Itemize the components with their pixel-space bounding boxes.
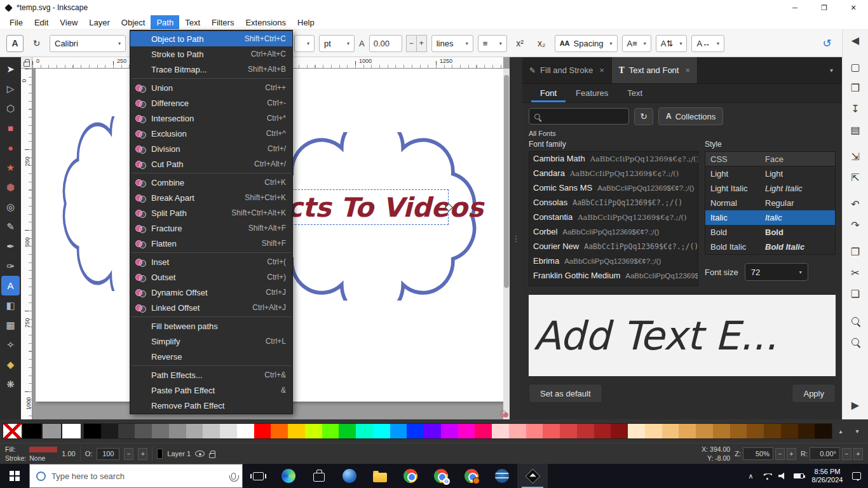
rotation-increase-button[interactable]: + [853,448,863,460]
color-swatch[interactable] [169,424,186,438]
task-view-button[interactable] [243,464,273,488]
font-family-combo[interactable]: Calibri ▾ [50,35,126,52]
taskbar-chrome-profile[interactable] [426,464,456,488]
bucket-tool[interactable]: ◆ [1,355,20,374]
dock-menu-chevron[interactable]: ▾ [821,67,842,74]
color-swatch[interactable] [611,424,628,438]
taskbar-file-explorer[interactable] [365,464,395,488]
start-button[interactable] [0,464,29,488]
spacing-dropdown[interactable]: AA Spacing ▾ [555,35,618,52]
node-tool[interactable]: ▷ [1,79,20,98]
taskbar-app-blue[interactable] [334,464,365,488]
color-swatch[interactable] [101,424,118,438]
zoom-increase-button[interactable]: + [787,448,796,460]
font-search-input[interactable] [529,108,629,125]
color-swatch[interactable] [543,424,560,438]
style-option-normal[interactable]: NormalRegular [705,196,835,210]
color-swatch[interactable] [373,424,390,438]
close-button[interactable]: ✕ [839,0,868,15]
color-swatch[interactable] [390,424,407,438]
restore-button[interactable]: ❐ [810,0,839,15]
swatch-black[interactable] [22,423,42,439]
cut-icon[interactable]: ✂ [843,262,868,283]
kerning-increase-button[interactable]: + [416,35,427,52]
taskbar-globe[interactable] [487,464,517,488]
path-menu-item-fill-between-paths[interactable]: Fill between paths [130,318,292,334]
font-list-item-cambria-math[interactable]: Cambria MathAaBbCcIiPpQq12369$€¢?.;/() [529,152,698,166]
menu-filters[interactable]: Filters [206,15,240,29]
rotation-input[interactable]: 0.00° [810,447,840,460]
microphone-icon[interactable] [231,473,236,480]
layer-name[interactable]: Layer 1 [167,450,191,458]
save-document-icon[interactable]: ↧ [843,98,868,119]
unit-combo[interactable]: pt ▾ [319,35,355,52]
copy-icon[interactable]: ❐ [843,241,868,262]
path-menu-item-cut-path[interactable]: Cut PathCtrl+Alt+/ [130,156,292,172]
path-menu-item-inset[interactable]: InsetCtrl+( [130,254,292,269]
export-icon[interactable]: ⇱ [843,167,868,188]
font-list-item-constantia[interactable]: ConstantiaAaBbCcIiPpQq12369$€¢?.;/() [529,210,698,225]
ruler-left[interactable]: 02505007501000 [21,69,32,419]
open-document-icon[interactable]: ❒ [843,78,868,98]
network-icon[interactable] [759,464,775,488]
color-swatch[interactable] [645,424,662,438]
opacity-increase-button[interactable]: + [138,448,147,460]
set-as-default-button[interactable]: Set as default [529,384,602,403]
kerning-decrease-button[interactable]: − [406,35,417,52]
color-swatch[interactable] [254,424,271,438]
color-swatch[interactable] [322,424,339,438]
star-tool[interactable]: ★ [1,158,20,177]
close-icon[interactable]: × [599,65,604,75]
menu-view[interactable]: View [54,15,83,29]
print-icon[interactable]: ▤ [843,119,868,140]
color-swatch[interactable] [186,424,203,438]
dock-splitter[interactable]: ⋮ [510,57,522,419]
hidden-icons-chevron[interactable]: ∧ [743,464,759,488]
gradient-tool[interactable]: ◧ [1,295,20,315]
swatch-white[interactable] [62,423,81,439]
color-swatch[interactable] [679,424,696,438]
zoom-page-icon[interactable] [843,331,868,352]
color-swatch[interactable] [526,424,543,438]
rectangle-tool[interactable]: ■ [1,118,20,138]
font-size-combo[interactable]: 72 ▾ [745,263,808,281]
taskbar-chrome[interactable] [395,464,426,488]
color-swatch[interactable] [203,424,220,438]
color-swatch[interactable] [492,424,509,438]
path-menu-item-object-to-path[interactable]: Object to PathShift+Ctrl+C [130,31,292,46]
style-option-light-italic[interactable]: Light ItalicLight Italic [705,181,835,196]
font-list-item-candara[interactable]: CandaraAaBbCcIiPpQq12369$€¢?.;/() [529,166,698,181]
menu-extensions[interactable]: Extensions [240,15,292,29]
layer-visibility-icon[interactable] [195,451,205,457]
path-menu-item-trace-bitmap[interactable]: Trace Bitmap...Shift+Alt+B [130,62,292,77]
collections-button[interactable]: A Collections [658,107,723,125]
color-swatch[interactable] [713,424,730,438]
menu-edit[interactable]: Edit [29,15,54,29]
taskbar-store[interactable] [304,464,334,488]
swatch-no-color[interactable] [3,423,22,439]
swatch-gray[interactable] [42,423,62,439]
mesh-tool[interactable]: ▦ [1,315,20,335]
taskbar-clock[interactable]: 8:56 PM 8/26/2024 [806,468,848,484]
taskbar-edge[interactable] [273,464,304,488]
zoom-decrease-button[interactable]: − [775,448,785,460]
shape-builder-tool[interactable]: ⬡ [1,98,20,118]
color-swatch[interactable] [288,424,305,438]
color-swatch[interactable] [152,424,169,438]
taskbar-search[interactable]: Type here to search [29,464,243,488]
path-menu-item-stroke-to-path[interactable]: Stroke to PathCtrl+Alt+C [130,46,292,62]
battery-icon[interactable] [790,464,806,488]
tweak-tool[interactable]: ❋ [1,374,20,394]
next-panel-icon[interactable]: ▶ [843,395,868,416]
taskbar-chrome-profile-2[interactable] [456,464,487,488]
path-menu-item-intersection[interactable]: IntersectionCtrl+* [130,111,292,126]
path-menu-item-dynamic-offset[interactable]: Dynamic OffsetCtrl+J [130,285,292,300]
scrollbar-thumb[interactable] [504,75,509,288]
stroke-width-value[interactable]: 1.00 [62,450,75,458]
path-menu-item-combine[interactable]: CombineCtrl+K [130,175,292,190]
redo-icon[interactable]: ↷ [843,215,868,236]
menu-object[interactable]: Object [116,15,151,29]
color-swatch[interactable] [475,424,492,438]
tab-fill-and-stroke[interactable]: ✎ Fill and Stroke × [522,57,612,83]
path-menu-item-difference[interactable]: DifferenceCtrl+- [130,95,292,111]
